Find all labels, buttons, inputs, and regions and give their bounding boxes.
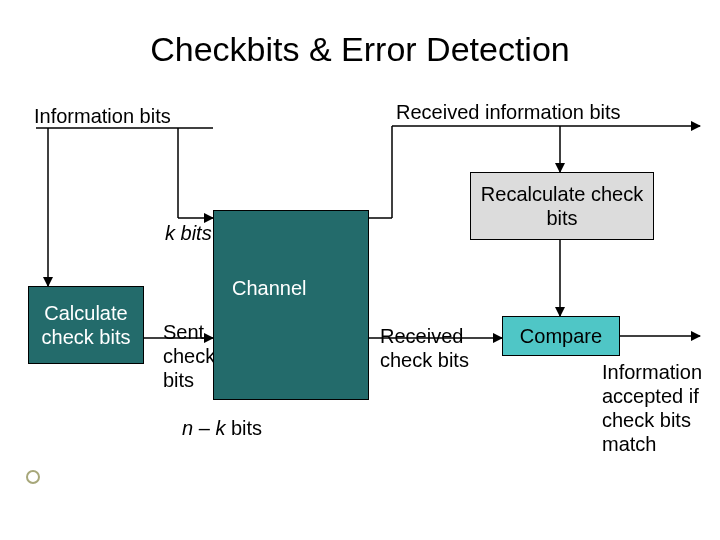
box-channel — [213, 210, 369, 400]
box-recalculate-check-bits: Recalculate check bits — [470, 172, 654, 240]
page-title: Checkbits & Error Detection — [0, 30, 720, 69]
label-n-minus-k-bits: n – k bits — [182, 416, 262, 440]
bullet-decoration — [26, 470, 40, 484]
label-channel-overlay: Channel — [232, 276, 307, 300]
label-information-bits: Information bits — [34, 104, 171, 128]
box-compare: Compare — [502, 316, 620, 356]
label-k-bits: k bits — [165, 221, 212, 245]
label-received-check-bits: Received check bits — [380, 324, 480, 372]
label-info-accepted: Information accepted if check bits match — [602, 360, 712, 456]
label-received-information-bits: Received information bits — [396, 100, 621, 124]
box-calculate-check-bits: Calculate check bits — [28, 286, 144, 364]
diagram-stage: Checkbits & Error Detection Information … — [0, 0, 720, 540]
